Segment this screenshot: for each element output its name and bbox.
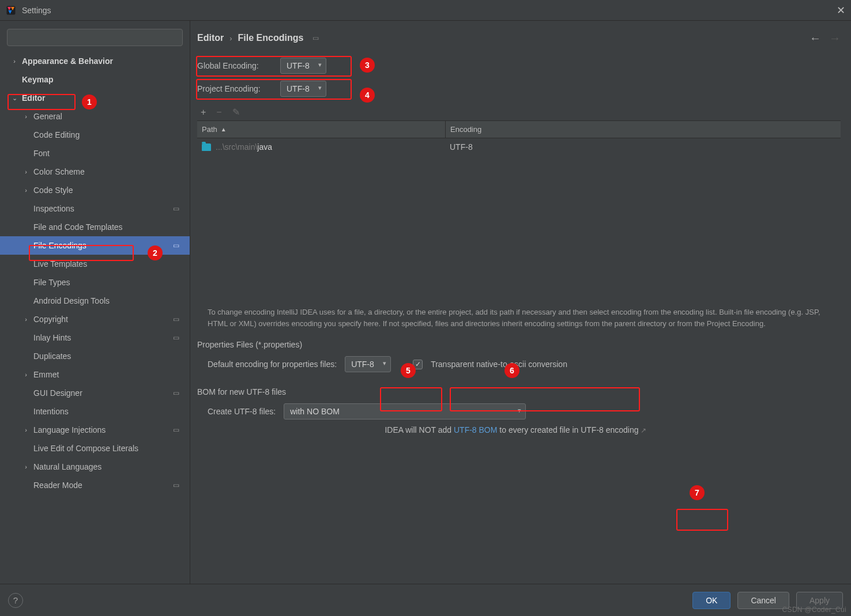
tree-item-color-scheme[interactable]: ›Color Scheme (0, 162, 190, 181)
tree-item-editor[interactable]: ⌄Editor (0, 89, 190, 107)
chevron-icon: › (22, 371, 30, 378)
back-icon[interactable]: ← (809, 32, 821, 45)
tree-item-label: General (33, 112, 62, 121)
properties-default-combo[interactable]: UTF-8 (345, 356, 391, 372)
tree-item-code-style[interactable]: ›Code Style (0, 181, 190, 199)
chevron-icon: › (22, 168, 30, 175)
tree-item-inspections[interactable]: Inspections▭ (0, 199, 190, 218)
tree-item-file-and-code-templates[interactable]: File and Code Templates (0, 218, 190, 236)
bom-note: IDEA will NOT add UTF-8 BOM to every cre… (190, 424, 841, 434)
tree-item-inlay-hints[interactable]: Inlay Hints▭ (0, 328, 190, 347)
table-toolbar: + − ✎ (197, 104, 841, 121)
tree-item-label: File Types (33, 278, 70, 287)
chevron-icon: › (22, 187, 30, 194)
tree-item-live-edit-of-compose-literals[interactable]: Live Edit of Compose Literals (0, 439, 190, 458)
cancel-button[interactable]: Cancel (737, 592, 789, 609)
tree-item-font[interactable]: Font (0, 144, 190, 162)
tree-item-label: Natural Languages (33, 462, 101, 471)
tree-item-file-encodings[interactable]: File Encodings▭ (0, 236, 190, 255)
properties-default-label: Default encoding for properties files: (208, 360, 337, 369)
tree-item-live-templates[interactable]: Live Templates (0, 255, 190, 273)
chevron-icon: ⌄ (10, 95, 18, 102)
tree-item-gui-designer[interactable]: GUI Designer▭ (0, 384, 190, 402)
close-icon[interactable]: ✕ (837, 4, 845, 17)
tree-item-duplicates[interactable]: Duplicates (0, 347, 190, 365)
main-panel: Editor › File Encodings ▭ ← → Global Enc… (190, 21, 851, 584)
tree-item-label: Intentions (33, 407, 69, 416)
transparent-ascii-checkbox[interactable]: ✓ (413, 360, 423, 369)
tree-item-label: Color Scheme (33, 167, 85, 176)
breadcrumb-root[interactable]: Editor (197, 33, 224, 43)
ok-button[interactable]: OK (692, 592, 730, 609)
transparent-ascii-label: Transparent native-to-ascii conversion (431, 360, 567, 369)
bottom-bar: ? OK Cancel Apply (0, 584, 851, 616)
tree-item-label: Android Design Tools (33, 296, 110, 305)
help-text: To change encoding IntelliJ IDEA uses fo… (190, 300, 841, 330)
window-title: Settings (22, 6, 837, 15)
tree-item-appearance-behavior[interactable]: ›Appearance & Behavior (0, 52, 190, 70)
tree-item-language-injections[interactable]: ›Language Injections▭ (0, 421, 190, 439)
tree-item-label: File and Code Templates (33, 222, 123, 232)
tree-item-label: Live Edit of Compose Literals (33, 444, 138, 453)
project-scope-icon: ▭ (312, 34, 319, 42)
chevron-icon: › (22, 463, 30, 470)
project-scope-icon: ▭ (173, 426, 179, 434)
col-path-header[interactable]: Path (202, 125, 217, 134)
tree-item-label: Keymap (22, 75, 53, 84)
tree-item-label: GUI Designer (33, 388, 82, 398)
tree-item-code-editing[interactable]: Code Editing (0, 126, 190, 144)
intellij-icon (6, 5, 16, 16)
sort-asc-icon[interactable]: ▲ (221, 126, 227, 133)
titlebar: Settings ✕ (0, 0, 851, 21)
tree-item-label: Copyright (33, 315, 68, 324)
utf8-bom-link[interactable]: UTF-8 BOM (454, 425, 497, 434)
tree-item-general[interactable]: ›General (0, 107, 190, 126)
tree-item-label: Duplicates (33, 352, 71, 361)
chevron-icon: › (22, 113, 30, 120)
tree-item-label: File Encodings (33, 241, 86, 250)
global-encoding-label: Global Encoding: (197, 61, 272, 70)
project-scope-icon: ▭ (173, 205, 179, 213)
tree-item-emmet[interactable]: ›Emmet (0, 365, 190, 384)
tree-item-android-design-tools[interactable]: Android Design Tools (0, 292, 190, 310)
tree-item-label: Emmet (33, 370, 59, 379)
sidebar: ›Appearance & BehaviorKeymap⌄Editor›Gene… (0, 21, 190, 584)
add-icon[interactable]: + (201, 107, 206, 118)
search-input[interactable] (7, 29, 183, 46)
path-table: Path▲ Encoding ...\src\main\javaUTF-8 (197, 121, 841, 300)
tree-item-label: Language Injections (33, 425, 106, 434)
tree-item-label: Code Editing (33, 130, 80, 139)
watermark: CSDN @Coder_Cui (782, 606, 846, 614)
remove-icon[interactable]: − (216, 107, 221, 118)
project-scope-icon: ▭ (173, 334, 179, 342)
tree-item-label: Code Style (33, 186, 73, 195)
chevron-right-icon: › (229, 34, 232, 43)
tree-item-natural-languages[interactable]: ›Natural Languages (0, 458, 190, 476)
help-icon[interactable]: ? (8, 593, 23, 608)
tree-item-label: Reader Mode (33, 481, 82, 490)
tree-item-label: Appearance & Behavior (22, 56, 113, 66)
row-encoding: UTF-8 (445, 142, 841, 152)
folder-icon (202, 143, 211, 151)
tree-item-file-types[interactable]: File Types (0, 273, 190, 292)
create-utf8-label: Create UTF-8 files: (208, 407, 276, 416)
tree-item-label: Editor (22, 93, 45, 103)
tree-item-intentions[interactable]: Intentions (0, 402, 190, 421)
tree-item-reader-mode[interactable]: Reader Mode▭ (0, 476, 190, 494)
project-encoding-combo[interactable]: UTF-8 (280, 81, 326, 97)
edit-icon[interactable]: ✎ (232, 107, 240, 118)
tree-item-copyright[interactable]: ›Copyright▭ (0, 310, 190, 328)
create-utf8-combo[interactable]: with NO BOM (284, 403, 526, 420)
tree-item-label: Live Templates (33, 259, 87, 269)
tree-item-label: Inlay Hints (33, 333, 71, 342)
table-row[interactable]: ...\src\main\javaUTF-8 (197, 138, 841, 156)
properties-section-title: Properties Files (*.properties) (190, 330, 841, 352)
col-encoding-header[interactable]: Encoding (450, 125, 481, 134)
bom-section-title: BOM for new UTF-8 files (190, 377, 841, 399)
project-scope-icon: ▭ (173, 389, 179, 397)
project-scope-icon: ▭ (173, 315, 179, 323)
chevron-icon: › (22, 426, 30, 433)
global-encoding-combo[interactable]: UTF-8 (280, 58, 326, 74)
tree-item-keymap[interactable]: Keymap (0, 70, 190, 89)
breadcrumb: Editor › File Encodings ▭ ← → (190, 21, 841, 52)
